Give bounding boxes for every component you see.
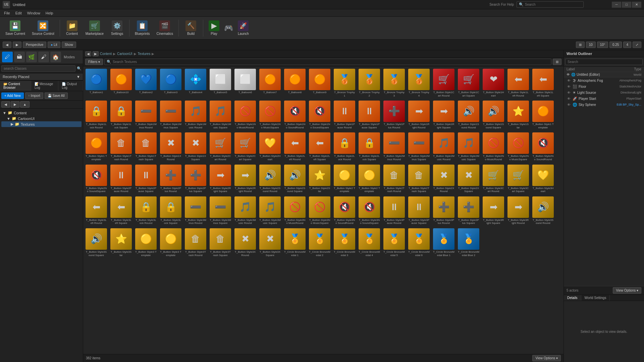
asset-item-52[interactable]: 🎵T_Button Style2Music Round bbox=[432, 131, 455, 162]
world-settings-tab[interactable]: World Settings bbox=[581, 295, 610, 301]
asset-item-72[interactable]: ✖T_Button Style2X Square bbox=[457, 164, 480, 194]
tree-item-content[interactable]: ▼ 📁 Content bbox=[1, 110, 82, 116]
settings-button[interactable]: ⚙️ Settings bbox=[108, 18, 126, 38]
asset-item-71[interactable]: ✖T_Button Style2X Round bbox=[432, 164, 455, 194]
asset-item-1[interactable]: 🟠T_Balloon10 bbox=[109, 68, 133, 98]
vp-snap-btn[interactable]: 10 bbox=[586, 42, 596, 48]
vp-maximize-btn[interactable]: ⤢ bbox=[633, 42, 641, 48]
asset-item-85[interactable]: 🚫T_Button Style3No MusicSquare bbox=[308, 195, 331, 226]
tree-item-textures[interactable]: ▶ 📁 Textures bbox=[1, 121, 82, 127]
import-button[interactable]: ↑ Import bbox=[25, 93, 43, 99]
nav-back-btn[interactable]: ◀ bbox=[1, 101, 10, 108]
wo-item-atmospheric-fog[interactable]: 👁 🌫 Atmospheric Fog AtmosphericFog bbox=[564, 77, 644, 83]
menu-file[interactable]: File bbox=[1, 10, 13, 16]
vp-scale-btn[interactable]: 0.25 bbox=[609, 42, 622, 48]
asset-item-21[interactable]: ➖T_Button Style1Minus Round bbox=[134, 100, 158, 130]
play-button[interactable]: ▶ Play bbox=[206, 18, 222, 38]
asset-item-94[interactable]: 🔊T_Button Style3Sound Round bbox=[531, 195, 555, 226]
asset-item-35[interactable]: 🔊T_Button Style1Sound Square bbox=[482, 100, 505, 130]
wo-item-light-source[interactable]: 👁 ☀ Light Source DirectionalLight bbox=[564, 89, 644, 96]
tab-content-browser[interactable]: 📂 Content Browser bbox=[0, 81, 31, 91]
wo-item-player-start[interactable]: 👁 🚀 Player Start PlayerStart bbox=[564, 96, 644, 102]
asset-item-34[interactable]: 🔊T_Button Style1Sound Round bbox=[457, 100, 480, 130]
viewport-nav-forward[interactable]: ▶ bbox=[13, 42, 21, 48]
asset-item-22[interactable]: ➖T_Button Style1Minus Square bbox=[159, 100, 182, 130]
asset-item-18[interactable]: ⬅T_Button Style1Left Square bbox=[531, 68, 555, 98]
asset-item-75[interactable]: 💛T_Button Style3Heart bbox=[531, 164, 555, 194]
asset-item-24[interactable]: 🎵T_Button Style1Music Square bbox=[209, 100, 232, 130]
asset-item-7[interactable]: 🟠T_Balloon7 bbox=[258, 68, 282, 98]
asset-item-110[interactable]: 🏅T_Circle BronzeMedal Blue 2 bbox=[457, 227, 480, 258]
asset-item-8[interactable]: 🟠T_Balloon8 bbox=[283, 68, 307, 98]
asset-item-37[interactable]: 🟠T_Button Style1 Template bbox=[531, 100, 555, 130]
asset-item-98[interactable]: 🟡T_Button Style3 Template bbox=[159, 227, 182, 258]
mode-geometry[interactable]: 🏠 bbox=[50, 52, 61, 62]
asset-item-44[interactable]: 🛒T_Button Style2Cart Square bbox=[233, 131, 257, 162]
asset-item-23[interactable]: 🎵T_Button Style1Music Round bbox=[184, 100, 207, 130]
world-outliner-search-input[interactable] bbox=[565, 59, 643, 65]
asset-item-78[interactable]: 🔒T_Button Style3Lock Round bbox=[134, 195, 158, 226]
blueprints-button[interactable]: 📋 Blueprints bbox=[132, 18, 152, 38]
close-button[interactable]: ✕ bbox=[632, 2, 641, 8]
cinematics-button[interactable]: 🎬 Cinematics bbox=[154, 18, 176, 38]
asset-item-68[interactable]: 🟡T_Button Style2 Template bbox=[358, 164, 381, 194]
asset-item-83[interactable]: 🎵T_Button Style3Music Square bbox=[258, 195, 282, 226]
mode-select[interactable]: 🖊 bbox=[2, 52, 13, 62]
asset-item-82[interactable]: 🎵T_Button Style3Music Round bbox=[233, 195, 257, 226]
minimize-button[interactable]: ─ bbox=[612, 2, 621, 8]
asset-item-67[interactable]: 🟡T_Button Style2 Template bbox=[333, 164, 356, 194]
asset-item-55[interactable]: 🚫T_Button Style2No MusicSquare bbox=[506, 131, 530, 162]
asset-item-109[interactable]: 🏅T_Circle BronzeMedal Blue 1 bbox=[432, 227, 455, 258]
breadcrumb-textures[interactable]: Textures bbox=[138, 52, 151, 56]
asset-item-91[interactable]: ➕T_Button Style3Plus Square bbox=[457, 195, 480, 226]
asset-item-16[interactable]: ❤T_Button Style1Heart bbox=[482, 68, 505, 98]
asset-item-96[interactable]: ⭐T_Button Style3Star bbox=[109, 227, 133, 258]
asset-item-41[interactable]: ✖T_Button Style1X Round bbox=[159, 131, 182, 162]
asset-item-46[interactable]: ⬅T_Button Style2Left Round bbox=[283, 131, 307, 162]
add-new-button[interactable]: + Add New bbox=[1, 93, 24, 99]
vis-sky-sphere[interactable]: 👁 bbox=[567, 102, 571, 107]
source-control-button[interactable]: 🔀 Source Control bbox=[29, 18, 57, 38]
asset-item-62[interactable]: ➡T_Button Style2Right Square bbox=[209, 164, 232, 194]
asset-item-90[interactable]: ➕T_Button Style3Plus Round bbox=[432, 195, 455, 226]
wo-item-floor[interactable]: 👁 ⬛ Floor StaticMeshActor bbox=[564, 83, 644, 89]
asset-item-53[interactable]: 🎵T_Button Style2Music Square bbox=[457, 131, 480, 162]
perspective-button[interactable]: Perspective bbox=[23, 42, 46, 48]
save-all-button[interactable]: 💾 Save All bbox=[45, 93, 68, 99]
asset-item-59[interactable]: ⏸T_Button Style2Pause Square bbox=[134, 164, 158, 194]
asset-item-5[interactable]: ⬜T_Balloon5 bbox=[209, 68, 232, 98]
asset-item-6[interactable]: ⬜T_Balloon6 bbox=[233, 68, 257, 98]
asset-item-27[interactable]: 🔇T_Button Style1No SoundRound bbox=[283, 100, 307, 130]
asset-item-38[interactable]: 🟠T_Button Style1 Template bbox=[85, 131, 108, 162]
show-button[interactable]: Show bbox=[62, 42, 76, 48]
asset-item-49[interactable]: 🔒T_Button Style2Lock Square bbox=[358, 131, 381, 162]
tab-output-log[interactable]: 📄 Output Log bbox=[58, 81, 83, 91]
asset-item-107[interactable]: 🏅T_Circle BronzeMedal 5 bbox=[382, 227, 406, 258]
breadcrumb-back[interactable]: ◀ bbox=[85, 51, 91, 56]
asset-item-93[interactable]: ➡T_Button Style3Right Round bbox=[506, 195, 530, 226]
asset-item-32[interactable]: ➡T_Button Style1Right Round bbox=[407, 100, 431, 130]
asset-item-101[interactable]: ✖T_Button Style3X Round bbox=[233, 227, 257, 258]
menu-edit[interactable]: Edit bbox=[13, 10, 24, 16]
asset-view-btn[interactable]: ⊞ bbox=[553, 59, 561, 65]
asset-item-54[interactable]: 🚫T_Button Style2No MusicRound bbox=[482, 131, 505, 162]
mode-landscape[interactable]: 🏔 bbox=[14, 52, 25, 62]
asset-item-88[interactable]: ⏸T_Button Style3Pause Round bbox=[382, 195, 406, 226]
asset-item-10[interactable]: 🥉T_Bronze Trophy1 bbox=[333, 68, 356, 98]
asset-item-97[interactable]: 🟡T_Button Style3 Template bbox=[134, 227, 158, 258]
tree-item-cartoonui[interactable]: ▼ 📁 CartoonUI bbox=[1, 116, 82, 121]
asset-item-47[interactable]: ⬅T_Button Style2Left Square bbox=[308, 131, 331, 162]
asset-item-65[interactable]: 🔊T_Button Style2Sound Square bbox=[283, 164, 307, 194]
asset-item-60[interactable]: ➕T_Button Style2Plus Round bbox=[159, 164, 182, 194]
asset-item-77[interactable]: ⬅T_Button Style3Left Square bbox=[109, 195, 133, 226]
launch-button[interactable]: 🚀 Launch bbox=[235, 18, 252, 38]
save-current-button[interactable]: 💾 Save Current bbox=[3, 18, 28, 38]
asset-item-58[interactable]: ⏸T_Button Style2Pause Round bbox=[109, 164, 133, 194]
menu-help[interactable]: Help bbox=[43, 10, 56, 16]
asset-item-11[interactable]: 🥉T_Bronze Trophy2 bbox=[358, 68, 381, 98]
asset-search-input[interactable] bbox=[113, 60, 549, 64]
asset-item-61[interactable]: ➕T_Button Style2Plus Square bbox=[184, 164, 207, 194]
wo-view-options[interactable]: View Options ▾ bbox=[613, 287, 641, 294]
asset-item-4[interactable]: 💠T_Balloon4 bbox=[184, 68, 207, 98]
asset-item-17[interactable]: ⬅T_Button Style1Left Round bbox=[506, 68, 530, 98]
